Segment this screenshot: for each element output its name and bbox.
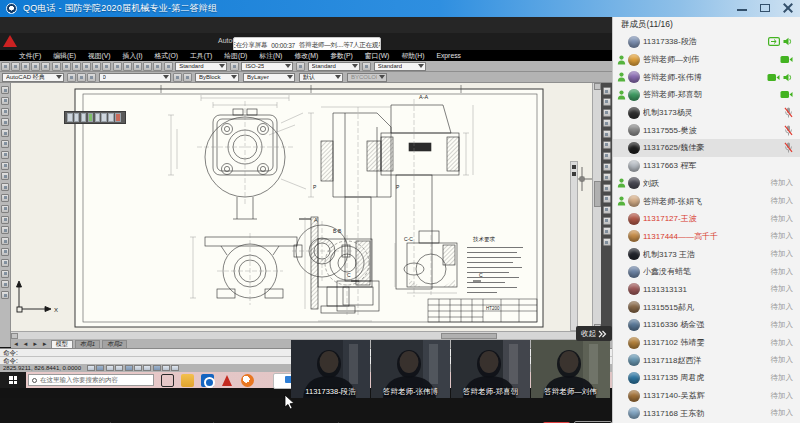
menu-item-6[interactable]: 工具(T) (185, 51, 217, 61)
draw-tool-icon[interactable] (1, 97, 9, 105)
toolbar-icon[interactable] (1, 62, 10, 71)
member-row-20[interactable]: 11317135 周君虎待加入 (613, 369, 800, 387)
maximize-button[interactable] (757, 2, 773, 14)
menu-item-12[interactable]: 帮助(H) (396, 51, 429, 61)
toolbar-icon[interactable] (296, 62, 305, 71)
close-button[interactable] (780, 2, 796, 14)
modify-tool-icon[interactable] (603, 217, 611, 225)
modify-tool-icon[interactable] (603, 109, 611, 117)
browser-taskbar-icon[interactable] (241, 374, 254, 387)
dyn-toggle[interactable] (153, 365, 161, 371)
taskview-taskbar-icon[interactable] (161, 374, 174, 387)
workspace-combo[interactable]: AutoCAD 经典 (2, 73, 64, 82)
toolbar-icon[interactable] (52, 62, 61, 71)
draw-tool-icon[interactable] (1, 183, 9, 191)
toolbar-icon[interactable] (153, 62, 162, 71)
floating-tool-icon[interactable] (88, 113, 94, 122)
menu-item-11[interactable]: 窗口(W) (360, 51, 395, 61)
tab-model[interactable]: 模型 (51, 340, 73, 348)
toolbar-icon[interactable] (113, 62, 122, 71)
otrack-toggle[interactable] (134, 365, 142, 371)
video-tile-3[interactable]: 答辩老师-郑喜朝 (451, 340, 530, 398)
tab-layout2[interactable]: 布局2 (102, 340, 127, 348)
draw-tool-icon[interactable] (1, 226, 9, 234)
lineweight-combo[interactable]: 默认 (299, 73, 343, 82)
folder-taskbar-icon[interactable] (181, 374, 194, 387)
member-row-14[interactable]: 小鑫没有蜡笔待加入 (613, 263, 800, 281)
color-combo[interactable]: ByBlock (195, 73, 239, 82)
toolbar-icon[interactable] (102, 62, 111, 71)
modify-tool-icon[interactable] (603, 238, 611, 246)
modify-tool-icon[interactable] (603, 163, 611, 171)
floating-tool-icon[interactable] (115, 113, 121, 122)
floating-tool-icon[interactable] (108, 113, 114, 122)
toolbar-icon[interactable] (92, 62, 101, 71)
member-row-18[interactable]: 11317102 韩靖雯待加入 (613, 334, 800, 352)
menu-item-13[interactable]: Express (431, 52, 466, 59)
menu-item-4[interactable]: 插入(I) (118, 51, 148, 61)
member-row-16[interactable]: 11315515郝凡待加入 (613, 298, 800, 316)
modify-tool-icon[interactable] (603, 206, 611, 214)
member-row-8[interactable]: 11317663 程军 (613, 157, 800, 175)
modify-tool-icon[interactable] (603, 119, 611, 127)
draw-tool-icon[interactable] (1, 259, 9, 267)
member-row-6[interactable]: 11317555-樊波 (613, 121, 800, 139)
model-toggle[interactable] (171, 365, 179, 371)
member-row-2[interactable]: 答辩老师—刘伟 (613, 51, 800, 69)
panel-handle[interactable] (570, 161, 578, 331)
modify-tool-icon[interactable] (603, 141, 611, 149)
vscroll-thumb[interactable] (594, 181, 601, 207)
toolbar-icon[interactable] (230, 62, 239, 71)
menu-item-8[interactable]: 标注(N) (254, 51, 287, 61)
video-tile-4[interactable]: 答辩老师—刘伟 (531, 340, 610, 398)
menu-item-3[interactable]: 视图(V) (83, 51, 116, 61)
modify-tool-icon[interactable] (603, 98, 611, 106)
vertical-scrollbar[interactable] (592, 83, 601, 331)
member-row-1[interactable]: 11317338-段浩 (613, 33, 800, 51)
draw-tool-icon[interactable] (1, 280, 9, 288)
menu-item-9[interactable]: 修改(M) (289, 51, 323, 61)
member-row-11[interactable]: 11317127-王波待加入 (613, 210, 800, 228)
style-combo-1[interactable]: Standard (175, 62, 227, 71)
modify-tool-icon[interactable] (603, 130, 611, 138)
toolbar-icon[interactable] (164, 62, 173, 71)
video-tile-2[interactable]: 答辩老师-张伟博 (371, 340, 450, 398)
draw-tool-icon[interactable] (1, 140, 9, 148)
modify-tool-icon[interactable] (603, 227, 611, 235)
floating-tool-icon[interactable] (67, 113, 73, 122)
draw-tool-icon[interactable] (1, 291, 9, 299)
toolbar-icon[interactable] (11, 62, 20, 71)
collapse-button[interactable]: 收起 (576, 326, 612, 341)
linetype-combo[interactable]: ByLayer (243, 73, 295, 82)
draw-tool-icon[interactable] (1, 237, 9, 245)
ducs-toggle[interactable] (143, 365, 151, 371)
draw-tool-icon[interactable] (1, 129, 9, 137)
draw-tool-icon[interactable] (1, 86, 9, 94)
draw-tool-icon[interactable] (1, 216, 9, 224)
draw-tool-icon[interactable] (1, 118, 9, 126)
layer-combo[interactable]: 0 (99, 73, 171, 82)
toolbar-icon[interactable] (362, 62, 371, 71)
member-row-19[interactable]: 11317118赵西洋待加入 (613, 351, 800, 369)
modify-tool-icon[interactable] (603, 152, 611, 160)
toolbar-icon[interactable] (41, 62, 50, 71)
ortho-toggle[interactable] (106, 365, 114, 371)
toolbar-icon[interactable] (21, 62, 30, 71)
grid-toggle[interactable] (96, 365, 104, 371)
toolbar-icon[interactable] (31, 62, 40, 71)
floating-tool-icon[interactable] (74, 113, 80, 122)
horizontal-scrollbar[interactable] (11, 331, 592, 339)
menu-item-7[interactable]: 绘图(D) (219, 51, 252, 61)
member-row-17[interactable]: 11316336 杨金强待加入 (613, 316, 800, 334)
tab-layout1[interactable]: 布局1 (75, 340, 100, 348)
menu-item-10[interactable]: 参数(P) (325, 51, 358, 61)
floating-tool-icon[interactable] (81, 113, 87, 122)
member-row-12[interactable]: 11317444——高千千待加入 (613, 228, 800, 246)
scroll-up-arrow[interactable] (594, 83, 601, 90)
menu-item-2[interactable]: 编辑(E) (48, 51, 81, 61)
plotstyle-combo[interactable]: BYCOLOR (347, 73, 387, 82)
member-row-22[interactable]: 11317168 王东勃待加入 (613, 404, 800, 422)
autocad-canvas[interactable]: A P P A-A (11, 83, 592, 331)
member-row-4[interactable]: 答辩老师-郑喜朝 (613, 86, 800, 104)
member-row-21[interactable]: 11317140-吴荔辉待加入 (613, 387, 800, 405)
